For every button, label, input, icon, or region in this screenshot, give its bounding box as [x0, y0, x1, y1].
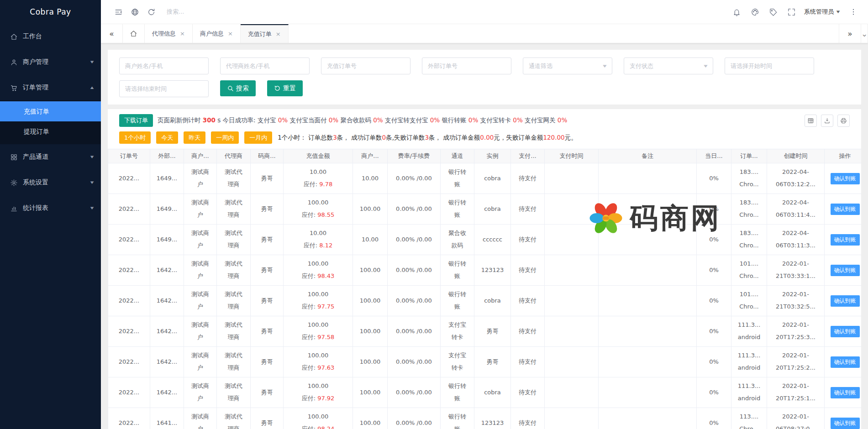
sidebar-subitem-提现订单[interactable]: 提现订单 [0, 121, 101, 141]
cell-device: 111.3... android [731, 316, 767, 347]
home-tab-icon[interactable] [123, 24, 145, 43]
reset-button-label: 重置 [283, 84, 296, 93]
sidebar-item-label: 系统设置 [23, 178, 48, 187]
download-orders-button[interactable]: 下载订单 [119, 114, 153, 127]
printer-icon-button[interactable] [837, 115, 850, 127]
reset-button[interactable]: 重置 [267, 80, 303, 96]
cell-day-rate: 0% [697, 316, 731, 347]
confirm-arrival-button[interactable]: 确认到账 [831, 173, 860, 184]
globe-icon[interactable] [126, 4, 143, 20]
tab-label: 商户信息 [200, 30, 224, 38]
cell-amount: 100.00 应付: 98.55 [284, 194, 353, 225]
sidebar-item-商户管理[interactable]: 商户管理▼ [0, 49, 101, 75]
confirm-arrival-button[interactable]: 确认到账 [831, 326, 860, 337]
cell-coder: 勇哥 [251, 255, 284, 286]
payable-amount: 97.58 [317, 334, 334, 340]
tab-充值订单[interactable]: 充值订单× [241, 24, 289, 43]
sidebar-item-label: 订单管理 [23, 84, 48, 92]
filter-input-充值订单号[interactable] [321, 58, 410, 74]
quick-button-一月内[interactable]: 一月内 [244, 131, 272, 144]
cell-external-no: 1649... [150, 163, 184, 194]
confirm-arrival-button[interactable]: 确认到账 [831, 265, 860, 276]
tab-close-icon[interactable]: × [228, 30, 233, 37]
payable-label: 应付: [302, 272, 318, 279]
filter-input-商户姓名/手机[interactable] [119, 58, 209, 74]
filter-input-请选择开始时间[interactable] [725, 58, 814, 74]
cell-action: 确认到账 [825, 163, 862, 194]
quick-button-1个小时[interactable]: 1个小时 [119, 131, 151, 144]
cell-day-rate: 0% [697, 377, 731, 408]
sidebar-item-统计报表[interactable]: 统计报表▼ [0, 195, 101, 221]
confirm-arrival-button[interactable]: 确认到账 [831, 387, 860, 398]
summary-number: 120.00 [543, 134, 564, 141]
summary-number: 0 [382, 134, 386, 141]
tab-close-icon[interactable]: × [180, 30, 185, 37]
confirm-arrival-button[interactable]: 确认到账 [831, 418, 860, 429]
cell-merchant-amount: 100.00 [353, 347, 388, 377]
filter-select-支付状态[interactable]: 支付状态▼ [624, 58, 713, 74]
quick-button-一周内[interactable]: 一周内 [211, 131, 239, 144]
tag-icon[interactable] [765, 4, 781, 20]
user-menu[interactable]: 系统管理员 ▼ [804, 8, 840, 16]
table-row: 2022...1642...测试商 户测试代 理商勇哥100.00 应付: 97… [108, 347, 862, 377]
confirm-arrival-button[interactable]: 确认到账 [831, 356, 860, 368]
tabs-scroll-left-button[interactable]: « [101, 24, 123, 43]
more-vertical-icon[interactable] [845, 4, 862, 20]
cell-fee: 0.00% /0.00 [388, 286, 441, 316]
sidebar-item-订单管理[interactable]: 订单管理▲ [0, 75, 101, 100]
cell-created-at: 2022-01- 20T17:25:3... [767, 316, 825, 347]
columns-icon-button[interactable] [805, 115, 817, 127]
cell-pay-status: 待支付 [511, 194, 545, 225]
sidebar-subitem-充值订单[interactable]: 充值订单 [0, 101, 101, 121]
tabs-menu-button[interactable]: ⌄ [861, 24, 868, 43]
cell-action: 确认到账 [825, 408, 862, 429]
cell-created-at: 2022-04- 06T03:12:2... [767, 163, 825, 194]
tab-代理信息[interactable]: 代理信息× [145, 24, 193, 43]
filter-input-请选择结束时间[interactable] [119, 80, 209, 97]
bell-icon[interactable] [728, 4, 745, 20]
menu-fold-icon[interactable] [110, 4, 126, 20]
download-icon-button[interactable] [821, 115, 833, 127]
palette-icon[interactable] [747, 4, 763, 20]
filter-input-外部订单号[interactable] [422, 58, 511, 74]
amount: 100.00 [308, 291, 329, 298]
global-search-input[interactable]: 搜索... [167, 8, 184, 16]
chevron-down-icon: ▼ [90, 206, 94, 210]
chevron-down-icon: ▼ [90, 155, 94, 159]
payable-label: 应付: [302, 364, 318, 371]
quick-button-昨天[interactable]: 昨天 [184, 131, 205, 144]
tabs-scroll-right-button[interactable]: » [839, 24, 861, 43]
cell-merchant-amount: 100.00 [353, 316, 388, 347]
filter-input-代理商姓名/手机[interactable] [220, 58, 310, 74]
app-logo-title: Cobra Pay [0, 0, 101, 24]
gear-icon [10, 179, 18, 187]
sidebar-item-系统设置[interactable]: 系统设置▼ [0, 170, 101, 195]
cell-agent: 测试代 理商 [217, 347, 251, 377]
filter-select-通道筛选[interactable]: 通道筛选▼ [523, 58, 612, 74]
confirm-arrival-button[interactable]: 确认到账 [831, 234, 860, 246]
cell-instance: cobra [474, 194, 511, 225]
column-header-充值金额: 充值金额 [284, 149, 353, 163]
quick-button-今天[interactable]: 今天 [156, 131, 178, 144]
cell-channel: 聚合收 款码 [441, 225, 474, 255]
cell-remark [599, 225, 697, 255]
cell-merchant-amount: 100.00 [353, 255, 388, 286]
cell-fee: 0.00% /0.00 [388, 316, 441, 347]
tab-close-icon[interactable]: × [276, 31, 281, 37]
cell-created-at: 2022-01- 20T17:25:1... [767, 377, 825, 408]
sidebar-item-工作台[interactable]: 工作台 [0, 24, 101, 49]
cell-action: 确认到账 [825, 377, 862, 408]
refresh-icon[interactable] [143, 4, 159, 20]
confirm-arrival-button[interactable]: 确认到账 [831, 204, 860, 215]
cell-fee: 0.00% /0.00 [388, 377, 441, 408]
tab-商户信息[interactable]: 商户信息× [193, 24, 241, 43]
content-area: 通道筛选▼支付状态▼ 搜索 重置 下载订单 页面刷新倒计时 300 s 今日成功… [101, 43, 868, 429]
cell-pay-time [545, 194, 599, 225]
sidebar-item-产品通道[interactable]: 产品通道▼ [0, 144, 101, 170]
search-button[interactable]: 搜索 [220, 80, 256, 96]
confirm-arrival-button[interactable]: 确认到账 [831, 295, 860, 307]
cell-agent: 测试代 理商 [217, 286, 251, 316]
filter-select-value: 通道筛选 [529, 62, 552, 70]
column-header-订单号: 订单号 [108, 149, 150, 163]
expand-icon[interactable] [783, 4, 800, 20]
